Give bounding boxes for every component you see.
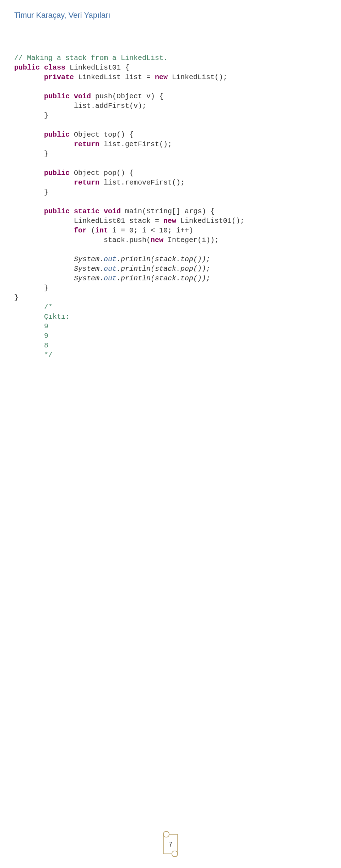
code-text xyxy=(70,207,74,215)
code-text: Object top() { xyxy=(70,131,134,139)
code-listing: // Making a stack from a LinkedList. pub… xyxy=(14,53,244,360)
code-text: Integer(i)); xyxy=(163,236,219,244)
code-text xyxy=(99,207,104,215)
code-text: LinkedList list = xyxy=(74,73,155,81)
static-field: out xyxy=(104,255,117,263)
keyword: void xyxy=(74,92,91,100)
keyword: static xyxy=(74,207,99,215)
keyword: return xyxy=(74,178,99,187)
code-text: } xyxy=(14,293,18,302)
code-text: .println(stack.top()); xyxy=(117,274,210,282)
output-comment: 9 xyxy=(44,322,48,330)
code-text: LinkedList01 { xyxy=(65,64,129,72)
document-header: Timur Karaçay, Veri Yapıları xyxy=(14,11,110,20)
keyword: public xyxy=(44,207,70,215)
output-comment: Çıktı: xyxy=(44,313,70,321)
code-text: } xyxy=(44,111,48,120)
code-text: .println(stack.top()); xyxy=(117,255,210,263)
code-text: LinkedList(); xyxy=(168,73,227,81)
code-comment: // Making a stack from a LinkedList. xyxy=(14,54,168,62)
code-text xyxy=(40,64,44,72)
code-text: Object pop() { xyxy=(70,169,134,177)
code-text: list.addFirst(v); xyxy=(74,102,146,110)
output-comment: 9 xyxy=(44,332,48,340)
keyword: return xyxy=(74,140,99,148)
keyword: public xyxy=(14,64,40,72)
keyword: public xyxy=(44,169,70,177)
keyword: private xyxy=(44,73,74,81)
code-text: stack.push( xyxy=(104,236,151,244)
page-number: 7 xyxy=(168,840,172,848)
keyword: void xyxy=(104,207,121,215)
code-text: .println(stack.pop()); xyxy=(117,265,210,273)
code-text: LinkedList01 stack = xyxy=(74,217,163,225)
keyword: new xyxy=(155,73,168,81)
code-text: LinkedList01(); xyxy=(176,217,244,225)
keyword: for xyxy=(74,226,87,235)
keyword: int xyxy=(95,226,108,235)
keyword: new xyxy=(163,217,176,225)
code-text: } xyxy=(44,188,48,196)
code-text: } xyxy=(44,150,48,158)
code-text: main(String[] args) { xyxy=(121,207,215,215)
code-text xyxy=(70,92,74,100)
keyword: class xyxy=(44,64,65,72)
code-text: System. xyxy=(74,255,104,263)
output-comment: */ xyxy=(44,351,53,359)
code-text: ( xyxy=(87,226,95,235)
keyword: public xyxy=(44,131,70,139)
keyword: public xyxy=(44,92,70,100)
code-text: System. xyxy=(74,274,104,282)
static-field: out xyxy=(104,265,117,273)
output-comment: 8 xyxy=(44,341,48,350)
code-text: } xyxy=(44,284,48,292)
code-text: list.removeFirst(); xyxy=(99,178,185,187)
keyword: new xyxy=(151,236,163,244)
output-comment: /* xyxy=(44,303,53,311)
code-text: System. xyxy=(74,265,104,273)
static-field: out xyxy=(104,274,117,282)
code-text: list.getFirst(); xyxy=(99,140,172,148)
code-text: i = 0; i < 10; i++) xyxy=(108,226,193,235)
code-text: push(Object v) { xyxy=(91,92,163,100)
